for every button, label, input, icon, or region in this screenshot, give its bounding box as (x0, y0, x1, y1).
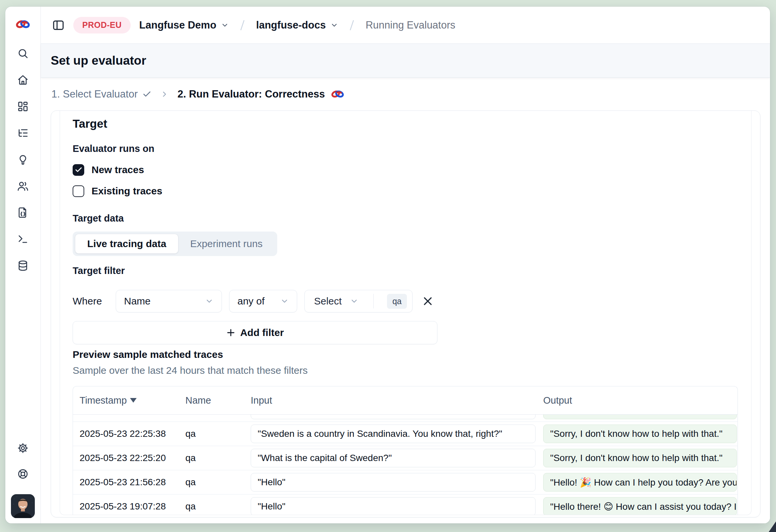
output-cell[interactable]: "Hello there! 😊 How can I assist you tod… (543, 497, 737, 515)
output-cell[interactable]: "Hello! 🎉 How can I help you today? Are … (543, 473, 737, 492)
name-cell: qa (185, 477, 251, 488)
table-row[interactable]: 2025-05-23 21:56:28 qa "Hello" "Hello! 🎉… (73, 470, 738, 495)
timestamp-cell: 2025-05-23 21:56:28 (73, 477, 185, 488)
main-area: PROD-EU Langfuse Demo langfuse-docs Runn… (41, 7, 770, 523)
timestamp-cell: 2025-05-23 19:07:28 (73, 501, 185, 512)
chevron-down-icon (280, 297, 289, 306)
playground-terminal-icon[interactable] (17, 233, 28, 245)
name-cell: qa (185, 428, 251, 439)
output-cell[interactable]: "Sorry, I don't know how to help with th… (543, 424, 737, 443)
input-cell[interactable]: "Hello" (251, 497, 536, 515)
step1-label: 1. Select Evaluator (51, 88, 138, 100)
timestamp-cell: 2025-05-23 22:25:20 (73, 453, 185, 463)
toggle-experiment-runs[interactable]: Experiment runs (178, 234, 274, 253)
filter-column-select[interactable]: Name (116, 290, 222, 313)
project-name: langfuse-docs (256, 19, 326, 31)
table-row[interactable]: 2025-05-23 22:25:20 qa "What is the capi… (73, 446, 738, 470)
table-row[interactable]: 2025-05-23 22:25:38 qa "Sweden is a coun… (73, 422, 738, 446)
toggle-live-tracing[interactable]: Live tracing data (75, 234, 178, 253)
chevron-right-icon (160, 90, 169, 99)
table-row-partial (73, 414, 738, 422)
output-cell[interactable]: "Sorry, I don't know how to help with th… (543, 449, 737, 467)
breadcrumb-slash-icon (347, 19, 357, 32)
project-switcher[interactable]: langfuse-docs (256, 19, 338, 31)
filter-value-placeholder: Select (314, 296, 342, 307)
top-navigation-bar: PROD-EU Langfuse Demo langfuse-docs Runn… (41, 7, 770, 44)
environment-badge: PROD-EU (73, 17, 131, 33)
chevron-down-icon (350, 297, 359, 306)
remove-filter-icon[interactable] (421, 295, 434, 308)
wizard-stepper: 1. Select Evaluator 2. Run Evaluator: Co… (41, 77, 770, 111)
table-header: Timestamp Name Input Output (73, 386, 738, 414)
chevron-down-icon (221, 21, 229, 29)
users-icon[interactable] (17, 180, 28, 192)
sort-desc-icon (130, 398, 137, 403)
plus-icon (226, 328, 235, 337)
column-header-output[interactable]: Output (543, 395, 738, 406)
table-row[interactable]: 2025-05-23 19:07:28 qa "Hello" "Hello th… (73, 495, 738, 515)
tracing-tree-icon[interactable] (17, 127, 28, 139)
step-select-evaluator[interactable]: 1. Select Evaluator (51, 88, 152, 100)
filter-column-value: Name (124, 296, 151, 307)
prompts-file-icon[interactable] (17, 207, 28, 218)
input-cell[interactable]: "What is the capital of Sweden?" (251, 449, 536, 467)
target-filter-label: Target filter (73, 265, 739, 277)
checkbox-new-traces[interactable]: New traces (73, 163, 739, 176)
name-cell: qa (185, 501, 251, 512)
chevron-down-icon (330, 21, 338, 29)
datasets-database-icon[interactable] (17, 260, 28, 271)
target-card: Target Evaluator runs on New traces Exis… (51, 111, 760, 517)
filter-operator-value: any of (237, 296, 265, 307)
add-filter-button[interactable]: Add filter (73, 321, 437, 344)
target-data-toggle: Live tracing data Experiment runs (73, 231, 277, 256)
langfuse-logo-icon (331, 90, 344, 99)
step2-label: 2. Run Evaluator: Correctness (177, 88, 325, 100)
sidebar-toggle-icon[interactable] (52, 19, 65, 31)
langfuse-logo-icon[interactable] (16, 19, 30, 29)
checkbox-unchecked-icon[interactable] (73, 185, 84, 197)
name-cell: qa (185, 453, 251, 463)
sidebar (5, 7, 41, 523)
breadcrumb-slash-icon (237, 19, 247, 32)
search-icon[interactable] (17, 48, 28, 59)
filter-value-tag: qa (387, 294, 407, 309)
checkbox-existing-traces-label: Existing traces (91, 185, 162, 197)
filter-value-select[interactable]: Select qa (305, 290, 412, 313)
org-switcher[interactable]: Langfuse Demo (139, 19, 229, 31)
app-window: PROD-EU Langfuse Demo langfuse-docs Runn… (5, 7, 770, 523)
sidebar-nav (17, 48, 28, 271)
settings-gear-icon[interactable] (17, 442, 28, 454)
input-cell[interactable]: "Sweden is a country in Scandinavia. You… (251, 424, 536, 443)
output-cell-clipped (543, 414, 737, 419)
filter-row: Where Name any of Select (73, 290, 739, 313)
preview-subtitle: Sample over the last 24 hours that match… (73, 364, 739, 377)
target-form-panel: Target Evaluator runs on New traces Exis… (60, 111, 752, 515)
sidebar-bottom (5, 442, 40, 518)
org-name: Langfuse Demo (139, 19, 217, 31)
chevron-down-icon (205, 297, 214, 306)
home-icon[interactable] (17, 74, 28, 85)
checkbox-existing-traces[interactable]: Existing traces (73, 184, 739, 198)
support-lifebuoy-icon[interactable] (17, 468, 28, 480)
page-title: Set up evaluator (51, 54, 146, 68)
column-header-timestamp[interactable]: Timestamp (73, 395, 185, 406)
checkbox-checked-icon[interactable] (73, 164, 84, 176)
mouse-cursor (769, 521, 776, 532)
breadcrumb-current-page: Running Evaluators (365, 19, 455, 31)
desktop-background: PROD-EU Langfuse Demo langfuse-docs Runn… (0, 0, 776, 532)
check-icon (142, 90, 152, 99)
filter-operator-select[interactable]: any of (229, 290, 297, 313)
filter-where-label: Where (73, 296, 116, 307)
column-header-name[interactable]: Name (185, 395, 251, 406)
user-avatar[interactable] (11, 494, 35, 518)
preview-title: Preview sample matched traces (73, 348, 739, 361)
section-title: Target (73, 116, 739, 131)
page-content: Target Evaluator runs on New traces Exis… (41, 111, 770, 523)
target-data-label: Target data (73, 212, 739, 224)
column-header-input[interactable]: Input (251, 395, 543, 406)
input-cell[interactable]: "Hello" (251, 473, 536, 492)
evaluation-lightbulb-icon[interactable] (17, 154, 28, 165)
divider (373, 294, 374, 309)
dashboard-icon[interactable] (17, 101, 28, 112)
add-filter-label: Add filter (240, 327, 284, 338)
